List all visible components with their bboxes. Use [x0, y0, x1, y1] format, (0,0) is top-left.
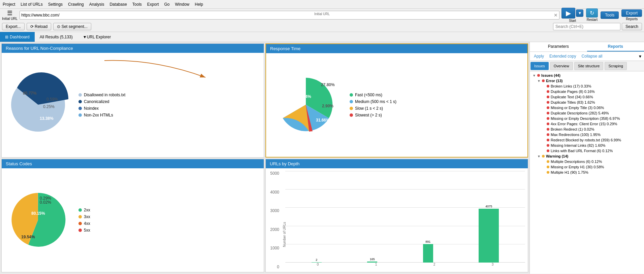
menu-database[interactable]: Database	[109, 2, 127, 7]
reload-button[interactable]: ⟳ Reload	[27, 23, 51, 30]
response-time-body: 31.66% 37.64% 27.80% 2.90% Fast (<500 ms…	[266, 53, 527, 157]
tree-label-9: 4xx Error Pages: Client Error (15) 0.29%	[551, 122, 617, 126]
tree-dot-9	[547, 123, 549, 125]
svg-text:13.38%: 13.38%	[40, 116, 54, 121]
tree-dot-6	[547, 106, 549, 109]
tree-dot-4	[547, 96, 549, 98]
tree-dot-1	[542, 79, 545, 82]
tree-item-3[interactable]: Duplicate Pages (8) 0.16%	[530, 89, 644, 94]
legend-dot-5xx	[78, 229, 82, 232]
tree-item-18[interactable]: Multiple H1 (90) 1.75%	[530, 170, 644, 175]
tree-item-1[interactable]: ▼Error (13)	[530, 78, 644, 83]
run-button[interactable]: ▶	[561, 8, 575, 19]
tree-label-12: Redirect Blocked by robots.txt (359) 6.9…	[551, 138, 621, 142]
response-time-pie: 31.66% 37.64% 27.80% 2.90%	[269, 71, 343, 139]
menu-crawling[interactable]: Crawling	[68, 2, 84, 7]
tree-label-3: Duplicate Pages (8) 0.16%	[551, 90, 595, 94]
tree-item-15[interactable]: ▼Warning (14)	[530, 153, 644, 159]
url-input[interactable]	[21, 13, 552, 18]
svg-text:0.25%: 0.25%	[43, 104, 55, 109]
menu-help[interactable]: Help	[195, 2, 203, 7]
response-time-card: Response Time	[265, 43, 528, 158]
svg-text:0.59%: 0.59%	[46, 97, 58, 102]
search-input[interactable]	[553, 23, 620, 30]
tree-item-2[interactable]: Broken Links (17) 0.33%	[530, 83, 644, 89]
tree-dot-15	[542, 155, 545, 158]
tree-arrow-0: ▼	[533, 74, 537, 77]
legend-dot-medium	[350, 100, 353, 103]
legend-label-canonicalized: Canonicalized	[84, 99, 109, 104]
menu-tools[interactable]: Tools	[132, 2, 142, 7]
svg-text:2.90%: 2.90%	[322, 104, 333, 108]
tree-label-10: Broken Redirect (1) 0.02%	[551, 127, 594, 131]
tree-item-5[interactable]: Duplicate Titles (83) 1.62%	[530, 100, 644, 105]
tree-item-11[interactable]: Max Redirections (100) 1.95%	[530, 132, 644, 137]
menu-analysis[interactable]: Analysis	[89, 2, 104, 7]
legend-dot-2xx	[78, 208, 82, 212]
apply-button[interactable]: Apply	[533, 53, 545, 59]
legend-label-4xx: 4xx	[84, 221, 90, 226]
tree-label-16: Multiple Descriptions (6) 0.12%	[551, 160, 602, 164]
extended-copy-button[interactable]: Extended copy	[548, 53, 577, 59]
tree-item-13[interactable]: Missing Internal Links (82) 1.60%	[530, 143, 644, 148]
tree-item-12[interactable]: Redirect Blocked by robots.txt (359) 6.9…	[530, 137, 644, 143]
tree-item-0[interactable]: ▼Issues (44)	[530, 73, 644, 78]
collapse-all-button[interactable]: Collapse all	[580, 53, 604, 59]
tree-item-8[interactable]: Missing or Empty Description (358) 6.97%	[530, 116, 644, 121]
menu-project[interactable]: Project	[3, 2, 15, 7]
tree-dot-10	[547, 128, 549, 131]
menu-window[interactable]: Window	[175, 2, 190, 7]
tab-all-results[interactable]: All Results (5,133)	[35, 32, 78, 42]
sidebar-subtab-overview[interactable]: Overview	[550, 62, 573, 70]
tree-item-17[interactable]: Missing or Empty H1 (30) 0.58%	[530, 164, 644, 170]
tree-dot-13	[547, 144, 549, 147]
restart-button[interactable]: ↻	[586, 8, 598, 18]
bar-depth-0: 2	[312, 258, 322, 263]
set-segment-button[interactable]: ⊙ Set segment...	[53, 23, 91, 30]
tree-dot-18	[547, 171, 549, 174]
non-compliance-card: Reasons for URL Non-Compliance	[1, 43, 264, 158]
menu-go[interactable]: Go	[164, 2, 170, 7]
sidebar-subtab-site-structure[interactable]: Site structure	[574, 62, 604, 70]
add-urls-button[interactable]: ☰ Initial URL	[2, 9, 18, 21]
tree-item-16[interactable]: Multiple Descriptions (6) 0.12%	[530, 159, 644, 164]
export-button[interactable]: Export...	[2, 23, 25, 30]
tools-button[interactable]: Tools	[601, 11, 619, 19]
tree-label-15: Warning (14)	[546, 154, 568, 158]
tree-item-4[interactable]: Duplicate Text (34) 0.66%	[530, 94, 644, 100]
tree-item-9[interactable]: 4xx Error Pages: Client Error (15) 0.29%	[530, 121, 644, 127]
tab-url-explorer[interactable]: ▼ URL Explorer	[78, 32, 116, 42]
url-clear-icon[interactable]: ✕	[554, 12, 558, 18]
search-button[interactable]: Search	[622, 23, 642, 30]
tree-label-8: Missing or Empty Description (358) 6.97%	[551, 116, 620, 121]
menu-list-of-urls[interactable]: List of URLs	[21, 2, 42, 7]
tree-item-7[interactable]: Duplicate Descriptions (282) 5.49%	[530, 110, 644, 116]
export-reports-button[interactable]: Export	[621, 9, 642, 17]
tree-item-14[interactable]: Links with Bad URL Format (6) 0.12%	[530, 148, 644, 153]
bar-label-0: 2	[316, 258, 317, 262]
sidebar-tab-parameters[interactable]: Parameters	[530, 42, 587, 52]
run-dropdown-button[interactable]: ▼	[576, 9, 583, 17]
x-label-2: 2	[433, 263, 436, 269]
sidebar-tab-reports[interactable]: Reports	[587, 42, 644, 52]
menu-export[interactable]: Export	[147, 2, 159, 7]
sidebar-dropdown-icon[interactable]: ▾	[639, 54, 641, 59]
legend-dot-noindex	[78, 107, 82, 110]
tree-dot-2	[547, 85, 549, 88]
response-time-chart: 31.66% 37.64% 27.80% 2.90% Fast (<500 ms…	[269, 56, 525, 154]
sidebar-subtab-issues[interactable]: Issues	[530, 62, 549, 70]
svg-text:19.54%: 19.54%	[21, 235, 35, 239]
legend-5xx: 5xx	[78, 228, 90, 233]
urls-by-depth-header: URLs by Depth	[266, 159, 528, 168]
legend-fast: Fast (<500 ms)	[350, 93, 396, 97]
sidebar-subtab-scraping[interactable]: Scraping	[605, 62, 626, 70]
tab-dashboard[interactable]: ⊞ Dashboard	[0, 32, 35, 42]
bar-depth-2: 891	[423, 240, 433, 263]
status-codes-card: Status Codes	[1, 159, 264, 272]
tree-item-10[interactable]: Broken Redirect (1) 0.02%	[530, 127, 644, 132]
tree-label-7: Duplicate Descriptions (282) 5.49%	[551, 111, 609, 115]
menu-settings[interactable]: Settings	[48, 2, 63, 7]
bar-depth-1: 165	[367, 258, 377, 263]
tree-item-6[interactable]: Missing or Empty Title (3) 0.06%	[530, 105, 644, 110]
legend-dot-fast	[350, 93, 353, 97]
